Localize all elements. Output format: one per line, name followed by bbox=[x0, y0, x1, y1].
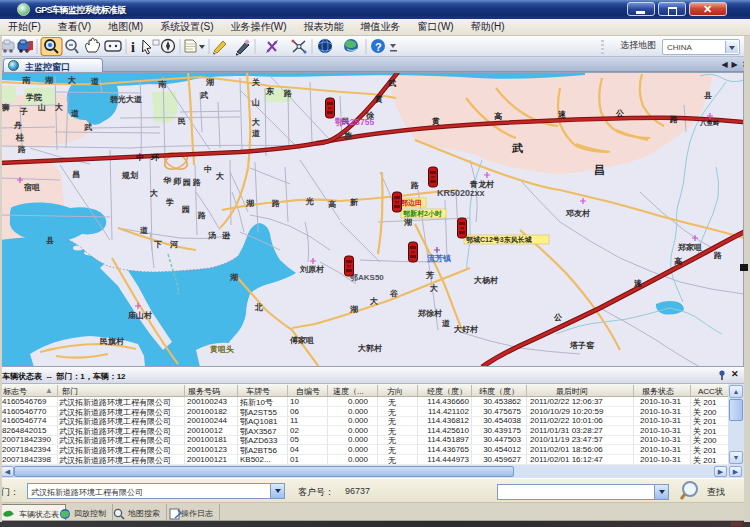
svg-text:郑家咀: 郑家咀 bbox=[677, 242, 702, 252]
svg-text:大: 大 bbox=[430, 284, 438, 293]
svg-text:宿咀: 宿咀 bbox=[23, 182, 40, 192]
svg-text:路: 路 bbox=[271, 199, 280, 208]
svg-text:湖: 湖 bbox=[245, 199, 254, 208]
svg-text:道: 道 bbox=[139, 226, 149, 235]
svg-text:路: 路 bbox=[410, 181, 419, 190]
svg-text:高: 高 bbox=[674, 256, 682, 266]
svg-text:狮: 狮 bbox=[1, 103, 10, 112]
svg-text:鄂边田: 鄂边田 bbox=[401, 199, 422, 207]
svg-text:湖: 湖 bbox=[205, 78, 214, 87]
svg-text:武: 武 bbox=[83, 123, 92, 132]
svg-text:黄咀头: 黄咀头 bbox=[209, 345, 234, 354]
svg-text:塔子窖: 塔子窖 bbox=[569, 340, 595, 350]
svg-text:大: 大 bbox=[68, 76, 76, 85]
svg-text:路: 路 bbox=[713, 251, 722, 260]
svg-text:学: 学 bbox=[166, 198, 174, 207]
svg-text:KR5020zxx: KR5020zxx bbox=[437, 188, 485, 198]
svg-text:傅家咀: 傅家咀 bbox=[289, 335, 314, 345]
svg-text:黄: 黄 bbox=[374, 95, 383, 104]
svg-text:邓友村: 邓友村 bbox=[565, 209, 590, 218]
svg-text:武: 武 bbox=[511, 142, 523, 154]
svg-text:道: 道 bbox=[90, 77, 100, 86]
svg-text:碧光大道: 碧光大道 bbox=[109, 95, 143, 104]
svg-text:光: 光 bbox=[305, 197, 314, 206]
svg-text:道: 道 bbox=[70, 109, 80, 118]
svg-text:汤: 汤 bbox=[208, 231, 216, 240]
svg-text:昌: 昌 bbox=[72, 170, 80, 179]
svg-text:鄂AKS50: 鄂AKS50 bbox=[349, 273, 384, 282]
svg-text:高: 高 bbox=[328, 199, 336, 209]
svg-text:芳: 芳 bbox=[425, 271, 434, 280]
svg-text:路: 路 bbox=[192, 178, 201, 187]
svg-text:师: 师 bbox=[172, 177, 182, 186]
svg-text:东: 东 bbox=[265, 86, 274, 96]
svg-text:园: 园 bbox=[183, 178, 191, 187]
svg-text:鄂城C12号3东风长城: 鄂城C12号3东风长城 bbox=[466, 235, 532, 244]
svg-text:北: 北 bbox=[254, 303, 263, 312]
svg-text:大: 大 bbox=[150, 189, 158, 198]
svg-text:县: 县 bbox=[703, 91, 712, 100]
svg-text:民: 民 bbox=[178, 117, 186, 126]
svg-text:园: 园 bbox=[182, 205, 190, 214]
svg-text:公: 公 bbox=[553, 313, 563, 322]
svg-text:中: 中 bbox=[204, 165, 212, 174]
svg-text:新: 新 bbox=[349, 197, 358, 207]
svg-text:大好村: 大好村 bbox=[454, 325, 478, 334]
svg-text:谷: 谷 bbox=[389, 289, 399, 298]
svg-text:路: 路 bbox=[283, 89, 292, 98]
svg-text:鄂A2S755: 鄂A2S755 bbox=[334, 117, 374, 127]
svg-text:逊: 逊 bbox=[221, 231, 231, 240]
svg-text:湖: 湖 bbox=[349, 305, 358, 314]
svg-text:县: 县 bbox=[45, 236, 54, 245]
svg-text:速: 速 bbox=[557, 110, 566, 119]
svg-text:大: 大 bbox=[55, 103, 63, 112]
svg-text:公: 公 bbox=[615, 109, 625, 118]
svg-text:大: 大 bbox=[370, 297, 378, 306]
svg-text:速: 速 bbox=[633, 279, 642, 288]
svg-text:大: 大 bbox=[216, 172, 224, 181]
svg-text:黄: 黄 bbox=[431, 117, 440, 126]
svg-text:流芳镇: 流芳镇 bbox=[426, 253, 451, 263]
svg-text:华: 华 bbox=[162, 176, 172, 185]
svg-text:刘原村: 刘原村 bbox=[299, 265, 324, 274]
svg-text:山: 山 bbox=[38, 103, 46, 112]
svg-text:学院: 学院 bbox=[26, 93, 43, 102]
svg-text:丹: 丹 bbox=[13, 121, 22, 130]
svg-text:民旗村: 民旗村 bbox=[100, 337, 124, 346]
svg-text:湖: 湖 bbox=[44, 76, 53, 85]
svg-text:南: 南 bbox=[158, 80, 167, 89]
svg-text:大杨村: 大杨村 bbox=[474, 276, 498, 285]
svg-text:湖: 湖 bbox=[229, 273, 238, 282]
svg-text:大: 大 bbox=[252, 118, 260, 127]
svg-text:路: 路 bbox=[669, 115, 678, 124]
svg-text:桂: 桂 bbox=[15, 133, 24, 142]
svg-text:路: 路 bbox=[197, 211, 206, 220]
svg-text:大郭村: 大郭村 bbox=[358, 344, 382, 353]
svg-text:河: 河 bbox=[169, 240, 179, 249]
svg-text:武: 武 bbox=[387, 79, 396, 88]
svg-text:子: 子 bbox=[19, 107, 28, 116]
svg-text:规划: 规划 bbox=[121, 171, 138, 180]
svg-text:武: 武 bbox=[199, 91, 208, 100]
svg-text:道: 道 bbox=[441, 319, 451, 328]
svg-text:南: 南 bbox=[22, 76, 31, 85]
svg-text:道: 道 bbox=[251, 129, 261, 138]
svg-text:鄂新村2小时: 鄂新村2小时 bbox=[403, 209, 442, 218]
svg-text:i: i bbox=[131, 40, 135, 55]
svg-text:环: 环 bbox=[150, 153, 160, 162]
svg-text:山: 山 bbox=[252, 98, 260, 107]
svg-text:郑徐村: 郑徐村 bbox=[417, 309, 442, 318]
svg-text:下: 下 bbox=[153, 240, 162, 249]
svg-text:庙山村: 庙山村 bbox=[127, 310, 152, 320]
svg-text:族: 族 bbox=[343, 131, 353, 140]
svg-text:路: 路 bbox=[17, 145, 26, 154]
svg-text:高: 高 bbox=[494, 111, 502, 121]
svg-text:八鱼岭: 八鱼岭 bbox=[699, 119, 720, 127]
svg-text:中: 中 bbox=[136, 153, 144, 162]
svg-text:关: 关 bbox=[251, 78, 260, 87]
svg-text:?: ? bbox=[375, 41, 382, 53]
svg-text:昌: 昌 bbox=[594, 164, 605, 176]
svg-text:湖: 湖 bbox=[403, 218, 412, 227]
